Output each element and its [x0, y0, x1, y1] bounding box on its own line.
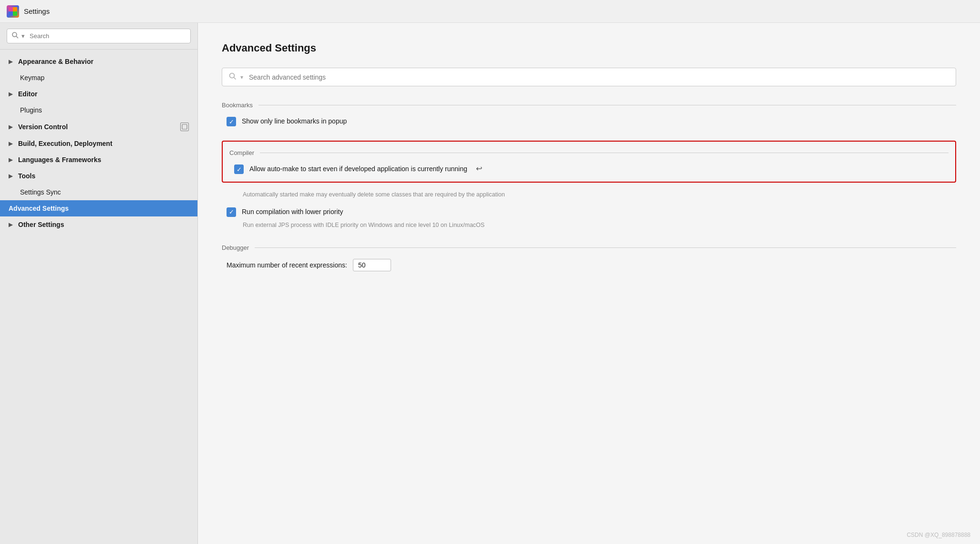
svg-rect-6	[182, 124, 187, 129]
revert-icon[interactable]: ↩	[476, 164, 482, 173]
arrow-icon: ▶	[9, 59, 12, 65]
sidebar-item-label: Plugins	[20, 106, 189, 114]
bookmarks-section: Bookmarks ✓ Show only line bookmarks in …	[222, 102, 956, 126]
sidebar-item-label: Keymap	[20, 74, 189, 82]
svg-rect-0	[9, 7, 13, 11]
compiler-automake-label: Allow auto-make to start even if develop…	[249, 164, 467, 174]
sidebar-item-plugins[interactable]: Plugins	[0, 102, 197, 118]
svg-rect-1	[13, 7, 17, 11]
sidebar-item-label: Editor	[18, 90, 189, 98]
compiler-label: Compiler	[229, 149, 254, 156]
sidebar-item-tools[interactable]: ▶ Tools	[0, 168, 197, 184]
search-icon	[12, 32, 19, 40]
arrow-icon: ▶	[9, 157, 12, 163]
svg-line-5	[16, 36, 18, 38]
nav-list: ▶ Appearance & Behavior Keymap ▶ Editor …	[0, 50, 197, 544]
bookmarks-checkbox-row: ✓ Show only line bookmarks in popup	[222, 116, 956, 126]
compiler-automake-row: ✓ Allow auto-make to start even if devel…	[229, 164, 949, 174]
debugger-header: Debugger	[222, 244, 956, 251]
bookmarks-checkbox-label: Show only line bookmarks in popup	[242, 116, 347, 126]
arrow-icon: ▶	[9, 141, 12, 147]
compiler-highlighted-box: Compiler ✓ Allow auto-make to start even…	[222, 141, 956, 183]
arrow-icon: ▶	[9, 173, 12, 179]
sidebar-item-label: Tools	[18, 172, 189, 180]
section-divider	[260, 153, 949, 153]
compiler-automake-desc: Automatically started make may eventuall…	[243, 190, 956, 199]
svg-line-8	[234, 78, 236, 80]
sidebar-item-editor[interactable]: ▶ Editor	[0, 86, 197, 102]
sidebar-item-label: Other Settings	[18, 221, 189, 228]
sidebar-search-wrapper[interactable]: ▾	[7, 29, 191, 43]
compiler-header: Compiler	[229, 149, 949, 156]
sidebar-item-advanced-settings[interactable]: Advanced Settings	[0, 200, 197, 216]
main-container: ▾ ▶ Appearance & Behavior Keymap ▶ Edito…	[0, 23, 980, 544]
bookmarks-label: Bookmarks	[222, 102, 253, 109]
sidebar-item-build-execution[interactable]: ▶ Build, Execution, Deployment	[0, 135, 197, 152]
compiler-lower-priority-row: ✓ Run compilation with lower priority	[222, 207, 956, 217]
arrow-icon: ▶	[9, 91, 12, 97]
debugger-max-expressions-row: Maximum number of recent expressions:	[222, 259, 956, 271]
compiler-section: Compiler ✓ Allow auto-make to start even…	[222, 141, 956, 230]
sidebar-item-keymap[interactable]: Keymap	[0, 70, 197, 86]
title-bar: Settings	[0, 0, 980, 23]
app-icon	[7, 5, 19, 18]
compiler-lower-priority-label: Run compilation with lower priority	[242, 207, 343, 217]
sidebar: ▾ ▶ Appearance & Behavior Keymap ▶ Edito…	[0, 23, 198, 544]
svg-point-4	[12, 32, 17, 37]
svg-point-7	[230, 73, 235, 78]
sidebar-item-settings-sync[interactable]: Settings Sync	[0, 184, 197, 200]
version-control-badge	[180, 123, 189, 131]
bookmarks-header: Bookmarks	[222, 102, 956, 109]
compiler-lower-priority-desc: Run external JPS process with IDLE prior…	[243, 221, 956, 230]
sidebar-item-label: Advanced Settings	[9, 205, 189, 212]
sidebar-item-label: Appearance & Behavior	[18, 58, 189, 65]
svg-rect-2	[9, 11, 13, 16]
section-divider	[255, 247, 956, 248]
sidebar-item-label: Languages & Frameworks	[18, 156, 189, 164]
advanced-search-bar[interactable]: ▾	[222, 68, 956, 86]
sidebar-item-label: Settings Sync	[20, 188, 189, 196]
sidebar-item-version-control[interactable]: ▶ Version Control	[0, 118, 197, 135]
compiler-lower-priority-checkbox[interactable]: ✓	[227, 207, 236, 217]
advanced-search-input[interactable]	[249, 73, 949, 81]
debugger-max-expressions-input[interactable]	[353, 259, 391, 271]
debugger-label: Debugger	[222, 244, 249, 251]
sidebar-item-label: Build, Execution, Deployment	[18, 140, 189, 147]
sidebar-search-input[interactable]	[30, 32, 186, 40]
window-title: Settings	[24, 7, 50, 15]
sidebar-item-languages-frameworks[interactable]: ▶ Languages & Frameworks	[0, 152, 197, 168]
arrow-icon: ▶	[9, 222, 12, 228]
sidebar-search-bar[interactable]: ▾	[0, 23, 197, 50]
svg-rect-3	[13, 11, 17, 16]
content-area: Advanced Settings ▾ Bookmarks ✓	[198, 23, 980, 544]
advanced-search-arrow[interactable]: ▾	[240, 74, 243, 81]
bookmarks-checkbox[interactable]: ✓	[227, 117, 236, 126]
arrow-icon: ▶	[9, 124, 12, 130]
debugger-max-expressions-label: Maximum number of recent expressions:	[227, 261, 347, 269]
section-divider	[258, 105, 956, 105]
search-dropdown-arrow[interactable]: ▾	[21, 32, 25, 40]
debugger-section: Debugger Maximum number of recent expres…	[222, 244, 956, 271]
watermark: CSDN @XQ_898878888	[907, 532, 970, 538]
sidebar-item-label: Version Control	[18, 123, 176, 131]
sidebar-item-other-settings[interactable]: ▶ Other Settings	[0, 216, 197, 233]
sidebar-item-appearance[interactable]: ▶ Appearance & Behavior	[0, 53, 197, 70]
page-title: Advanced Settings	[222, 42, 956, 54]
advanced-search-icon	[229, 72, 237, 82]
compiler-automake-checkbox[interactable]: ✓	[234, 164, 244, 174]
